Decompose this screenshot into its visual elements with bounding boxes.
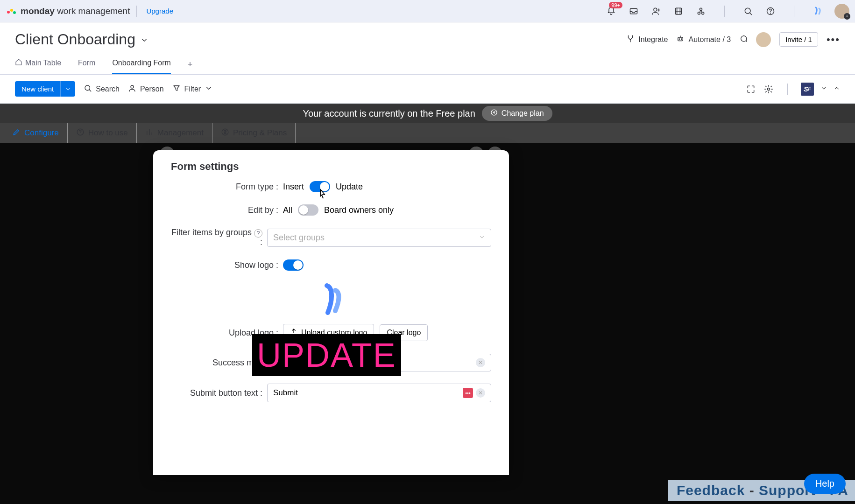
chevron-down-icon[interactable] — [820, 85, 827, 93]
chevron-up-icon[interactable] — [834, 85, 840, 93]
board-discussion-button[interactable] — [739, 35, 748, 45]
form-type-label: Form type : — [171, 182, 283, 192]
profile-avatar[interactable]: + — [834, 4, 849, 19]
plan-banner-text: Your account is currently on the Free pl… — [303, 108, 475, 119]
help-floating-button[interactable]: Help — [804, 474, 846, 494]
edit-by-all-label: All — [283, 205, 292, 215]
feedback-link[interactable]: Feedback — [677, 483, 745, 498]
automate-button[interactable]: Automate / 3 — [676, 35, 731, 45]
topbar-icon-group: 99+ + — [606, 4, 849, 19]
svg-point-13 — [679, 39, 680, 40]
apps-icon[interactable] — [673, 6, 684, 17]
divider — [787, 84, 788, 95]
invite-button[interactable]: Invite / 1 — [779, 32, 818, 47]
search-everything-icon[interactable] — [742, 6, 754, 17]
show-logo-label: Show logo : — [171, 260, 283, 270]
top-bar: monday work management Upgrade 99+ + — [0, 0, 855, 22]
submit-text-field[interactable] — [273, 388, 463, 398]
person-filter-tool[interactable]: Person — [128, 84, 164, 94]
svg-point-11 — [770, 13, 771, 13]
edit-by-toggle[interactable] — [298, 204, 318, 216]
subtab-how-to-use[interactable]: How to use — [68, 123, 137, 143]
subtab-label: Management — [157, 128, 204, 138]
tab-label: Main Table — [25, 59, 61, 67]
clear-input-icon[interactable]: ✕ — [476, 358, 485, 367]
board-title[interactable]: Client Onboarding — [15, 31, 148, 48]
dollar-icon — [221, 128, 229, 139]
subtab-label: How to use — [88, 128, 128, 138]
placeholder-token-icon[interactable]: ••• — [463, 388, 473, 398]
view-canvas: Your account is currently on the Free pl… — [0, 104, 855, 504]
filter-groups-select[interactable]: Select groups — [267, 229, 491, 247]
robot-icon — [676, 35, 685, 45]
tab-form[interactable]: Form — [78, 55, 95, 74]
fullscreen-icon[interactable] — [745, 84, 756, 95]
workspaces-icon[interactable] — [695, 6, 707, 17]
new-item-split-button[interactable]: New client — [15, 81, 75, 97]
annotation-text: UPDATE — [257, 336, 396, 374]
form-type-insert-label: Insert — [283, 182, 304, 192]
board-options-button[interactable]: ••• — [827, 34, 840, 46]
form-settings-card: Form settings Form type : Insert Update … — [153, 150, 509, 475]
person-icon — [128, 84, 136, 94]
clear-input-icon[interactable]: ✕ — [476, 388, 485, 398]
notifications-icon[interactable]: 99+ — [606, 6, 617, 17]
invite-members-icon[interactable] — [650, 6, 662, 17]
svg-rect-12 — [678, 37, 683, 41]
add-view-button[interactable]: + — [188, 60, 193, 70]
pencil-icon — [12, 128, 21, 139]
person-label: Person — [140, 85, 164, 93]
subtab-management[interactable]: Management — [137, 123, 212, 143]
app-badge-sf[interactable]: SF — [801, 83, 814, 96]
automate-label: Automate / 3 — [688, 35, 731, 44]
compass-icon — [490, 109, 498, 118]
chevron-down-icon — [479, 233, 485, 243]
edit-by-owners-label: Board owners only — [324, 205, 394, 215]
form-settings-title: Form settings — [171, 161, 491, 173]
change-plan-button[interactable]: Change plan — [482, 106, 552, 121]
filter-tool[interactable]: Filter — [172, 84, 213, 94]
integrate-icon — [626, 35, 635, 45]
svg-point-18 — [491, 110, 497, 115]
chevron-down-icon — [140, 31, 148, 48]
annotation-overlay: UPDATE — [252, 334, 401, 376]
chevron-down-icon — [205, 84, 213, 94]
show-logo-toggle[interactable] — [283, 259, 304, 271]
row-form-type: Form type : Insert Update — [171, 181, 491, 192]
form-type-toggle[interactable] — [310, 181, 330, 192]
board-owner-avatar[interactable] — [756, 32, 771, 47]
select-placeholder: Select groups — [273, 233, 325, 243]
integrate-button[interactable]: Integrate — [626, 35, 668, 45]
upgrade-link[interactable]: Upgrade — [143, 7, 173, 15]
filter-icon — [172, 84, 181, 94]
svg-point-0 — [7, 11, 10, 14]
notifications-badge: 99+ — [609, 2, 622, 8]
subtab-configure[interactable]: Configure — [4, 123, 68, 143]
change-plan-label: Change plan — [502, 109, 544, 118]
tab-label: Onboarding Form — [112, 59, 170, 67]
inbox-icon[interactable] — [628, 6, 639, 17]
search-tool[interactable]: Search — [84, 84, 120, 94]
row-edit-by: Edit by : All Board owners only — [171, 204, 491, 216]
svg-point-1 — [10, 9, 13, 12]
tab-label: Form — [78, 59, 95, 67]
tab-onboarding-form[interactable]: Onboarding Form — [112, 55, 170, 74]
filter-groups-label: Filter items by groups ? : — [171, 228, 267, 247]
subtab-pricing[interactable]: Pricing & Plans — [212, 123, 296, 143]
row-show-logo: Show logo : — [171, 259, 491, 271]
new-client-button[interactable]: New client — [15, 81, 60, 97]
home-icon — [15, 58, 22, 68]
svg-point-14 — [681, 39, 682, 40]
new-client-dropdown[interactable] — [60, 81, 75, 97]
plan-banner: Your account is currently on the Free pl… — [0, 104, 855, 123]
tab-main-table[interactable]: Main Table — [15, 55, 61, 74]
chat-icon — [739, 35, 748, 45]
divider — [136, 6, 137, 17]
product-name: monday work management — [21, 6, 130, 16]
help-tooltip-icon[interactable]: ? — [254, 229, 262, 238]
divider — [794, 6, 794, 17]
help-icon[interactable] — [765, 6, 776, 17]
settings-gear-icon[interactable] — [763, 84, 774, 95]
submit-text-input[interactable]: ••• ✕ — [267, 384, 491, 402]
upgrade-label: Upgrade — [146, 7, 173, 15]
